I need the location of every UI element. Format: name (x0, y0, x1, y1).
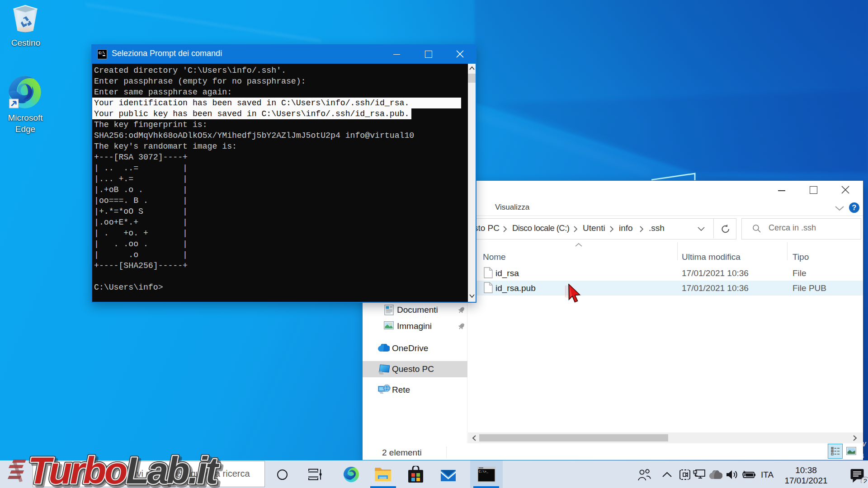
svg-text:TurboLab.it: TurboLab.it (28, 450, 219, 488)
svg-text:C:\>_: C:\>_ (479, 470, 489, 474)
svg-text:2: 2 (863, 477, 867, 483)
